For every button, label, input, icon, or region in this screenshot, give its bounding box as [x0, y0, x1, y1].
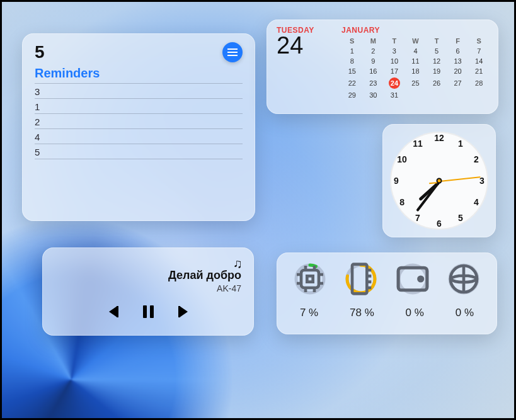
calendar-day-cell[interactable]: 18	[405, 66, 427, 76]
calendar-day-cell[interactable]: 2	[363, 46, 384, 56]
previous-track-button[interactable]	[105, 304, 121, 320]
reminders-count: 5	[35, 42, 45, 62]
clock-numeral: 5	[458, 213, 463, 223]
track-title: Делай добро	[55, 269, 241, 282]
calendar-day-cell[interactable]: 10	[384, 56, 405, 66]
calendar-day-cell[interactable]: 3	[384, 46, 405, 56]
calendar-day-cell[interactable]: 20	[447, 66, 469, 76]
cpu-percent-label: 7 %	[300, 307, 318, 319]
ram-icon	[343, 261, 379, 297]
calendar-day-cell[interactable]: 14	[468, 56, 490, 66]
calendar-day-cell[interactable]: 30	[363, 90, 384, 100]
calendar-weekday-header: M	[363, 36, 384, 46]
calendar-day-cell[interactable]: 4	[405, 46, 427, 56]
disk-icon	[395, 261, 430, 297]
clock-numeral: 9	[394, 176, 399, 186]
calendar-day-cell	[447, 90, 469, 100]
calendar-weekday-header: S	[341, 36, 363, 46]
clock-numeral: 7	[415, 213, 420, 223]
calendar-day-cell	[468, 90, 490, 100]
calendar-day-cell[interactable]: 19	[426, 66, 447, 76]
calendar-day-cell[interactable]: 22	[341, 76, 363, 90]
ram-gauge[interactable]	[343, 261, 379, 297]
clock-face: 121234567891011	[390, 132, 488, 230]
now-playing-widget[interactable]: ♫ Делай добро AK-47	[42, 247, 254, 336]
network-icon	[446, 261, 481, 297]
reminder-item[interactable]: 2	[35, 113, 243, 128]
net-gauge[interactable]	[446, 261, 481, 297]
clock-numeral: 2	[474, 154, 479, 164]
calendar-day-cell[interactable]: 13	[447, 56, 469, 66]
clock-numeral: 1	[458, 139, 463, 149]
clock-second-hand	[439, 176, 481, 181]
clock-numeral: 4	[474, 197, 479, 207]
reminder-item[interactable]: 5	[35, 144, 243, 159]
cpu-gauge[interactable]	[292, 261, 328, 297]
clock-numeral: 10	[397, 154, 407, 164]
clock-numeral: 11	[413, 139, 423, 149]
cpu-icon	[292, 261, 328, 297]
reminders-list-icon[interactable]	[222, 42, 243, 62]
reminder-item[interactable]: 3	[35, 83, 243, 98]
calendar-day-cell[interactable]: 31	[384, 90, 405, 100]
calendar-day-cell[interactable]: 17	[384, 66, 405, 76]
calendar-day-cell[interactable]: 25	[405, 76, 427, 90]
clock-numeral: 6	[437, 219, 442, 229]
svg-rect-3	[307, 276, 312, 281]
disk-gauge[interactable]	[395, 261, 430, 297]
calendar-weekday-header: W	[405, 36, 427, 46]
calendar-day-cell[interactable]: 24	[384, 76, 405, 90]
clock-numeral: 12	[434, 133, 444, 143]
calendar-month: JANUARY	[341, 26, 490, 35]
clock-min-hand	[416, 181, 440, 212]
svg-point-10	[418, 277, 422, 281]
next-track-button[interactable]	[175, 304, 192, 320]
calendar-day-cell[interactable]: 26	[426, 76, 447, 90]
reminder-item[interactable]: 4	[35, 128, 243, 144]
calendar-day-cell[interactable]: 12	[426, 56, 447, 66]
calendar-day-cell[interactable]: 15	[341, 66, 363, 76]
calendar-day-cell[interactable]: 1	[341, 46, 363, 56]
calendar-day-cell[interactable]: 21	[468, 66, 490, 76]
calendar-day-cell[interactable]: 23	[363, 76, 384, 90]
system-stats-widget[interactable]: 7 %78 %0 %0 %	[277, 253, 497, 334]
calendar-day-cell[interactable]: 8	[341, 56, 363, 66]
calendar-day-cell[interactable]: 5	[426, 46, 447, 56]
calendar-day-cell[interactable]: 7	[468, 46, 490, 56]
calendar-weekday-header: S	[468, 36, 490, 46]
calendar-day-cell[interactable]: 29	[341, 90, 363, 100]
calendar-day-cell[interactable]: 6	[447, 46, 469, 56]
play-pause-button[interactable]	[140, 304, 156, 320]
svg-rect-2	[301, 270, 319, 288]
calendar-day-cell[interactable]: 11	[405, 56, 427, 66]
calendar-weekday-header: F	[447, 36, 469, 46]
disk-percent-label: 0 %	[406, 307, 424, 319]
calendar-day-cell	[405, 90, 427, 100]
reminders-title: Reminders	[35, 66, 243, 81]
clock-numeral: 8	[399, 197, 404, 207]
calendar-day-cell[interactable]: 9	[363, 56, 384, 66]
calendar-weekday-header: T	[426, 36, 447, 46]
track-artist: AK-47	[55, 283, 241, 293]
calendar-day-cell[interactable]: 16	[363, 66, 384, 76]
calendar-day-cell[interactable]: 28	[468, 76, 490, 90]
net-percent-label: 0 %	[456, 307, 474, 319]
clock-widget[interactable]: 121234567891011	[382, 124, 496, 237]
svg-rect-6	[352, 264, 367, 294]
reminder-item[interactable]: 1	[35, 98, 243, 113]
reminders-widget[interactable]: 5 Reminders 31245	[22, 33, 255, 221]
calendar-day-cell	[426, 90, 447, 100]
calendar-widget[interactable]: TUESDAY 24 JANUARY SMTWTFS 1234567891011…	[267, 20, 498, 114]
calendar-grid[interactable]: SMTWTFS 12345678910111213141516171819202…	[341, 36, 490, 100]
calendar-day-cell[interactable]: 27	[447, 76, 469, 90]
ram-percent-label: 78 %	[350, 307, 374, 319]
clock-center-cap	[437, 178, 442, 184]
calendar-weekday-header: T	[384, 36, 405, 46]
music-note-icon: ♫	[233, 256, 243, 271]
